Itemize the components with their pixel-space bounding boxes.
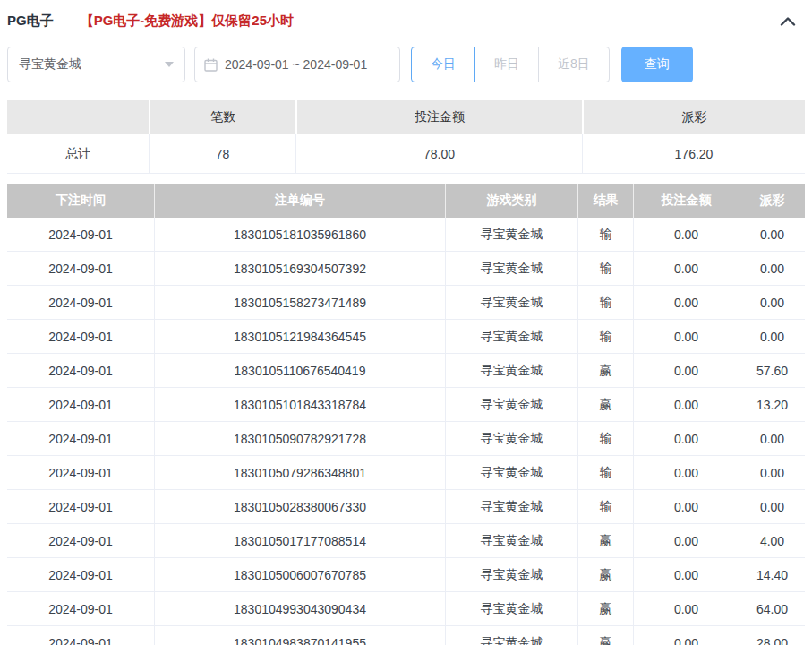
cell-order-id: 1830105110676540419 (154, 354, 445, 387)
cell-order-id: 1830105101843318784 (154, 388, 445, 421)
chevron-up-icon (780, 16, 796, 26)
summary-header-bet-amount: 投注金额 (295, 100, 582, 134)
cell-result: 输 (577, 320, 633, 353)
cell-result: 赢 (577, 626, 633, 645)
cell-bet-time: 2024-09-01 (7, 626, 154, 645)
cell-result: 赢 (577, 592, 633, 625)
summary-header-row: 笔数 投注金额 派彩 (7, 100, 805, 134)
quick-button-yesterday[interactable]: 昨日 (474, 47, 539, 82)
cell-order-id: 1830105181035961860 (154, 218, 445, 251)
cell-game-type: 寻宝黄金城 (445, 456, 577, 489)
table-row: 2024-09-01 1830105101843318784 寻宝黄金城 赢 0… (7, 388, 805, 422)
cell-bet-amount: 0.00 (633, 320, 739, 353)
table-row: 2024-09-01 1830104983870141955 寻宝黄金城 赢 0… (7, 626, 805, 645)
cell-game-type: 寻宝黄金城 (445, 558, 577, 591)
cell-order-id: 1830105006007670785 (154, 558, 445, 591)
records-header-bet-time: 下注时间 (7, 184, 154, 218)
table-row: 2024-09-01 1830105169304507392 寻宝黄金城 输 0… (7, 252, 805, 286)
cell-payout: 0.00 (739, 422, 805, 455)
cell-order-id: 1830105028380067330 (154, 490, 445, 523)
cell-game-type: 寻宝黄金城 (445, 388, 577, 421)
table-row: 2024-09-01 1830105028380067330 寻宝黄金城 输 0… (7, 490, 805, 524)
cell-bet-amount: 0.00 (633, 456, 739, 489)
cell-game-type: 寻宝黄金城 (445, 320, 577, 353)
cell-payout: 0.00 (739, 252, 805, 285)
cell-bet-time: 2024-09-01 (7, 354, 154, 387)
records-header-payout: 派彩 (739, 184, 805, 218)
date-range-value: 2024-09-01 ~ 2024-09-01 (225, 57, 367, 72)
cell-payout: 0.00 (739, 218, 805, 251)
cell-result: 赢 (577, 354, 633, 387)
cell-game-type: 寻宝黄金城 (445, 218, 577, 251)
cell-result: 输 (577, 422, 633, 455)
table-row: 2024-09-01 1830104993043090434 寻宝黄金城 赢 0… (7, 592, 805, 626)
filter-bar: 寻宝黄金城 2024-09-01 ~ 2024-09-01 今日 昨日 近8日 … (7, 47, 805, 82)
cell-payout: 0.00 (739, 320, 805, 353)
cell-result: 输 (577, 252, 633, 285)
cell-result: 赢 (577, 388, 633, 421)
cell-result: 输 (577, 490, 633, 523)
cell-bet-amount: 0.00 (633, 218, 739, 251)
records-header-bet-amount: 投注金额 (633, 184, 739, 218)
cell-result: 赢 (577, 524, 633, 557)
cell-bet-time: 2024-09-01 (7, 218, 154, 251)
cell-result: 输 (577, 456, 633, 489)
cell-bet-time: 2024-09-01 (7, 592, 154, 625)
quick-button-today[interactable]: 今日 (411, 47, 475, 82)
total-label: 总计 (7, 134, 149, 173)
table-row: 2024-09-01 1830105017177088514 寻宝黄金城 赢 0… (7, 524, 805, 558)
table-row: 2024-09-01 1830105090782921728 寻宝黄金城 输 0… (7, 422, 805, 456)
cell-order-id: 1830105017177088514 (154, 524, 445, 557)
summary-table: 笔数 投注金额 派彩 总计 78 78.00 176.20 (7, 100, 805, 174)
table-row: 2024-09-01 1830105158273471489 寻宝黄金城 输 0… (7, 286, 805, 320)
cell-order-id: 1830104983870141955 (154, 626, 445, 645)
cell-result: 赢 (577, 558, 633, 591)
pg-records-panel: PG电子 【PG电子-免费游戏】仅保留25小时 寻宝黄金城 2024-09-01… (0, 0, 812, 645)
total-bet-amount: 78.00 (295, 134, 582, 173)
cell-order-id: 1830104993043090434 (154, 592, 445, 625)
cell-game-type: 寻宝黄金城 (445, 354, 577, 387)
cell-game-type: 寻宝黄金城 (445, 524, 577, 557)
cell-bet-time: 2024-09-01 (7, 558, 154, 591)
cell-order-id: 1830105090782921728 (154, 422, 445, 455)
cell-payout: 28.00 (739, 626, 805, 645)
cell-game-type: 寻宝黄金城 (445, 286, 577, 319)
page-title: PG电子 (7, 13, 54, 30)
game-select[interactable]: 寻宝黄金城 (7, 47, 185, 82)
table-row: 2024-09-01 1830105079286348801 寻宝黄金城 输 0… (7, 456, 805, 490)
summary-header-count: 笔数 (149, 100, 295, 134)
records-header-order-id: 注单编号 (154, 184, 445, 218)
table-row: 2024-09-01 1830105181035961860 寻宝黄金城 输 0… (7, 218, 805, 252)
retention-notice: 【PG电子-免费游戏】仅保留25小时 (81, 13, 294, 30)
records-header-row: 下注时间 注单编号 游戏类别 结果 投注金额 派彩 (7, 184, 805, 218)
calendar-icon (204, 58, 218, 72)
records-table: 下注时间 注单编号 游戏类别 结果 投注金额 派彩 2024-09-01 183… (7, 184, 805, 645)
cell-game-type: 寻宝黄金城 (445, 490, 577, 523)
cell-bet-time: 2024-09-01 (7, 320, 154, 353)
table-row: 2024-09-01 1830105110676540419 寻宝黄金城 赢 0… (7, 354, 805, 388)
quick-button-last8days[interactable]: 近8日 (538, 47, 610, 82)
cell-game-type: 寻宝黄金城 (445, 626, 577, 645)
cell-bet-amount: 0.00 (633, 558, 739, 591)
cell-bet-amount: 0.00 (633, 626, 739, 645)
search-button[interactable]: 查询 (621, 47, 693, 82)
cell-bet-time: 2024-09-01 (7, 252, 154, 285)
cell-order-id: 1830105079286348801 (154, 456, 445, 489)
cell-payout: 14.40 (739, 558, 805, 591)
cell-bet-amount: 0.00 (633, 422, 739, 455)
cell-payout: 0.00 (739, 456, 805, 489)
total-count: 78 (149, 134, 295, 173)
date-range-input[interactable]: 2024-09-01 ~ 2024-09-01 (194, 47, 400, 82)
cell-order-id: 1830105169304507392 (154, 252, 445, 285)
cell-bet-amount: 0.00 (633, 286, 739, 319)
summary-header-blank (7, 100, 149, 134)
collapse-button[interactable] (780, 16, 796, 26)
cell-game-type: 寻宝黄金城 (445, 592, 577, 625)
cell-result: 输 (577, 218, 633, 251)
cell-game-type: 寻宝黄金城 (445, 252, 577, 285)
cell-payout: 0.00 (739, 286, 805, 319)
records-header-game-type: 游戏类别 (445, 184, 577, 218)
cell-bet-time: 2024-09-01 (7, 422, 154, 455)
caret-down-icon (165, 62, 174, 67)
cell-bet-amount: 0.00 (633, 252, 739, 285)
